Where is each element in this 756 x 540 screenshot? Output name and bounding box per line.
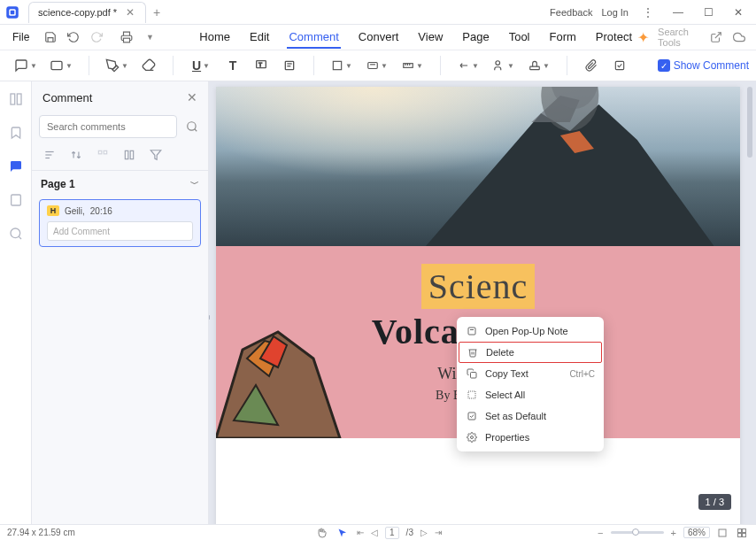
link-tool[interactable]	[608, 54, 631, 77]
tab-comment[interactable]: Comment	[287, 27, 340, 49]
search-tools-input[interactable]: Search Tools	[658, 27, 701, 48]
share-icon[interactable]	[710, 28, 723, 46]
svg-line-4	[715, 33, 721, 38]
comment-author: Geili,	[65, 206, 85, 216]
cm-select-all[interactable]: Select All	[457, 384, 604, 405]
titlebar: science-copy.pdf * ✕ + Feedback Log In ⋮…	[0, 0, 756, 25]
show-comment-toggle[interactable]: ✓ Show Comment	[658, 59, 749, 72]
vertical-scrollbar[interactable]	[747, 87, 752, 158]
stamp-approve-tool[interactable]: ▼	[453, 54, 483, 77]
attachment-tool[interactable]	[580, 54, 603, 77]
stamp-custom-tool[interactable]: ▼	[524, 54, 554, 77]
attachments-panel-icon[interactable]	[7, 191, 25, 209]
save-icon[interactable]	[42, 28, 59, 46]
last-page-icon[interactable]: ⇥	[435, 528, 442, 537]
note-icon	[466, 325, 478, 337]
comment-search-input[interactable]	[39, 115, 177, 138]
cloud-icon[interactable]	[732, 28, 745, 46]
signature-tool[interactable]: ▼	[489, 54, 519, 77]
collapse-icon[interactable]	[120, 147, 138, 163]
comment-item[interactable]: H Geili, 20:16 Add Comment	[39, 199, 201, 247]
panel-close-icon[interactable]: ✕	[187, 90, 197, 104]
login-link[interactable]: Log In	[601, 7, 629, 18]
add-comment-input[interactable]: Add Comment	[47, 221, 193, 241]
cm-set-default[interactable]: Set as Default	[457, 405, 604, 427]
shape-rectangle-tool[interactable]: ▼	[327, 54, 357, 77]
magic-wand-icon[interactable]: ✦	[637, 29, 649, 46]
cm-delete[interactable]: Delete	[459, 342, 602, 363]
tab-home[interactable]: Home	[197, 27, 232, 49]
file-menu[interactable]: File	[7, 31, 35, 43]
svg-rect-5	[51, 61, 62, 69]
new-tab-button[interactable]: +	[153, 5, 160, 19]
tab-close-icon[interactable]: ✕	[124, 6, 136, 19]
hand-tool-icon[interactable]	[314, 528, 328, 538]
select-all-icon	[466, 389, 478, 401]
zoom-in-icon[interactable]: +	[669, 528, 678, 538]
minimize-icon[interactable]: —	[667, 2, 689, 23]
stamp-tool[interactable]: ▼	[362, 54, 392, 77]
highlighted-text[interactable]: Scienc	[421, 264, 536, 309]
search-panel-icon[interactable]	[7, 225, 25, 243]
tab-form[interactable]: Form	[548, 27, 578, 49]
sort-asc-icon[interactable]	[67, 147, 85, 163]
text-callout-tool[interactable]: T	[250, 54, 273, 77]
highlight-tool[interactable]: ▼	[102, 54, 132, 77]
tab-page[interactable]: Page	[460, 27, 490, 49]
measure-tool[interactable]: ▼	[397, 54, 428, 77]
document-tab[interactable]: science-copy.pdf * ✕	[28, 2, 146, 23]
cm-copy-text[interactable]: Copy Text Ctrl+C	[457, 363, 604, 384]
comment-search-icon[interactable]	[182, 117, 201, 136]
kebab-menu-icon[interactable]: ⋮	[637, 2, 659, 23]
bookmarks-icon[interactable]	[7, 124, 25, 142]
tab-view[interactable]: View	[416, 27, 444, 49]
tab-convert[interactable]: Convert	[357, 27, 401, 49]
cm-properties[interactable]: Properties	[457, 427, 604, 448]
comments-panel-icon[interactable]	[7, 158, 25, 175]
page-number-input[interactable]: 1	[385, 527, 399, 539]
print-icon[interactable]	[118, 28, 135, 46]
svg-rect-22	[17, 94, 21, 104]
print-dropdown-icon[interactable]: ▼	[141, 28, 158, 46]
first-page-icon[interactable]: ⇤	[357, 528, 364, 537]
zoom-percent[interactable]: 68%	[683, 527, 710, 538]
next-page-icon[interactable]: ▷	[420, 528, 428, 537]
fit-page-icon[interactable]	[735, 528, 749, 538]
trash-icon	[467, 346, 479, 359]
tab-title: science-copy.pdf *	[38, 7, 117, 18]
underline-tool[interactable]: U▼	[186, 54, 216, 77]
thumbnails-icon[interactable]	[7, 90, 25, 108]
sort-list-icon[interactable]	[41, 147, 58, 163]
panel-collapse-handle[interactable]: ◂	[209, 303, 212, 329]
eraser-tool[interactable]	[137, 54, 160, 77]
tab-protect[interactable]: Protect	[594, 27, 634, 49]
svg-point-26	[187, 122, 195, 130]
gear-icon	[466, 431, 478, 444]
undo-icon[interactable]	[65, 28, 82, 46]
zoom-slider[interactable]	[611, 531, 664, 534]
zoom-out-icon[interactable]: −	[596, 528, 605, 538]
expand-icon[interactable]	[94, 147, 112, 163]
select-tool-icon[interactable]	[336, 528, 350, 538]
redo-icon[interactable]	[88, 28, 105, 46]
svg-rect-12	[368, 63, 378, 69]
tab-edit[interactable]: Edit	[248, 27, 271, 49]
feedback-link[interactable]: Feedback	[550, 7, 592, 18]
typewriter-tool[interactable]: T	[221, 54, 244, 77]
checkbox-checked-icon: ✓	[658, 59, 670, 72]
filter-icon[interactable]	[147, 147, 165, 163]
page-hero-image	[216, 87, 740, 246]
maximize-icon[interactable]: ☐	[698, 2, 719, 23]
text-area-tool[interactable]	[278, 54, 301, 77]
prev-page-icon[interactable]: ◁	[371, 528, 378, 537]
context-menu: Open Pop-Up Note Delete Copy Text Ctrl+C…	[457, 317, 604, 451]
close-window-icon[interactable]: ✕	[728, 2, 749, 23]
page-indicator-badge: 1 / 3	[698, 494, 731, 510]
tab-tool[interactable]: Tool	[507, 27, 532, 49]
fit-width-icon[interactable]	[715, 528, 729, 538]
cm-open-popup-note[interactable]: Open Pop-Up Note	[457, 320, 604, 342]
note-tool[interactable]: ▼	[11, 54, 41, 77]
pdf-page[interactable]: W	[216, 87, 740, 524]
textbox-tool[interactable]: ▼	[46, 54, 76, 77]
page-section-header[interactable]: Page 1 ﹀	[32, 170, 208, 197]
